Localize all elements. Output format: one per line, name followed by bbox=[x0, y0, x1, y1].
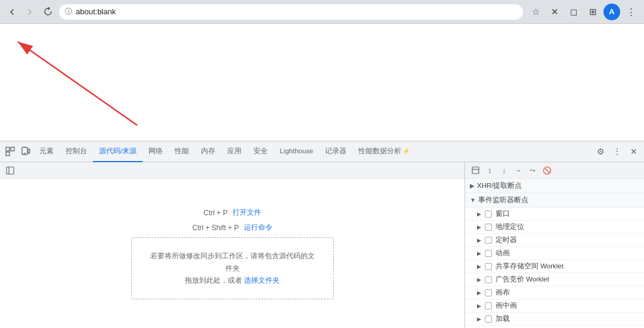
shortcut-run-command-keys: Ctrl + Shift + P bbox=[192, 224, 239, 232]
tab-elements[interactable]: 元素 bbox=[33, 141, 60, 162]
tab-recorder[interactable]: 记录器 bbox=[319, 141, 352, 162]
svg-rect-3 bbox=[11, 147, 14, 151]
bp-item-label: 定时器 bbox=[496, 236, 517, 245]
address-text: about:blank bbox=[76, 7, 517, 16]
svg-rect-10 bbox=[472, 167, 479, 174]
bp-item-arrow: ▶ bbox=[477, 224, 481, 230]
bp-item-label: 画布 bbox=[496, 288, 510, 297]
bp-item[interactable]: ▶画布 bbox=[465, 286, 644, 299]
shortcut-open-file: Ctrl + P 打开文件 bbox=[203, 208, 261, 218]
bookmark-button[interactable]: ☆ bbox=[527, 4, 544, 20]
bp-item-arrow: ▶ bbox=[477, 316, 481, 322]
bp-item-checkbox[interactable] bbox=[485, 315, 492, 323]
bp-item-checkbox[interactable] bbox=[485, 224, 492, 231]
xhr-section-header[interactable]: ▶ XHR/提取断点 bbox=[465, 179, 644, 193]
bp-item[interactable]: ▶广告竞价 Worklet bbox=[465, 273, 644, 286]
svg-rect-2 bbox=[6, 147, 10, 151]
sources-panel: Ctrl + P 打开文件 Ctrl + Shift + P 运行命令 若要将所… bbox=[0, 162, 465, 328]
refresh-button[interactable] bbox=[41, 5, 55, 19]
svg-rect-4 bbox=[6, 152, 10, 156]
bp-item-checkbox[interactable] bbox=[485, 263, 492, 270]
bp-item-checkbox[interactable] bbox=[485, 250, 492, 257]
extension-btn2[interactable]: ◻ bbox=[565, 4, 582, 20]
devtools: 元素 控制台 源代码/来源 网络 性能 内存 应用 安全 Lighthouse … bbox=[0, 141, 644, 328]
bp-item[interactable]: ▶定时器 bbox=[465, 234, 644, 247]
inspect-element-button[interactable] bbox=[2, 144, 18, 159]
sidebar-toggle-button[interactable] bbox=[4, 164, 17, 177]
bp-item-checkbox[interactable] bbox=[485, 276, 492, 283]
bp-tool-btn6[interactable]: 🚫 bbox=[540, 164, 553, 177]
extension-btn3[interactable]: ⊞ bbox=[584, 4, 601, 20]
shortcut-open-file-keys: Ctrl + P bbox=[203, 209, 227, 217]
bp-item-arrow: ▶ bbox=[477, 211, 481, 217]
info-icon: ⓘ bbox=[65, 7, 72, 17]
bp-item-label: 共享存储空间 Worklet bbox=[496, 262, 564, 271]
drop-zone-text2: 拖放到此处，或者 bbox=[185, 276, 242, 284]
bp-tool-btn1[interactable] bbox=[469, 164, 482, 177]
devtools-settings-button[interactable]: ⚙ bbox=[593, 144, 608, 159]
xhr-arrow: ▶ bbox=[470, 182, 475, 189]
bp-item-arrow: ▶ bbox=[477, 277, 481, 283]
back-button[interactable] bbox=[5, 5, 19, 19]
tab-perf-insights[interactable]: 性能数据分析 ⚡ bbox=[352, 141, 416, 162]
devtools-close-button[interactable]: ✕ bbox=[626, 144, 642, 159]
devtools-body: Ctrl + P 打开文件 Ctrl + Shift + P 运行命令 若要将所… bbox=[0, 162, 644, 328]
event-section-header[interactable]: ▼ 事件监听器断点 bbox=[465, 193, 644, 208]
select-folder-link[interactable]: 选择文件夹 bbox=[244, 276, 280, 284]
bp-item[interactable]: ▶共享存储空间 Worklet bbox=[465, 260, 644, 273]
address-bar[interactable]: ⓘ about:blank bbox=[58, 4, 524, 20]
shortcut-run-command: Ctrl + Shift + P 运行命令 bbox=[192, 222, 272, 233]
bp-item[interactable]: ▶剪贴板 bbox=[465, 326, 644, 328]
bp-item-arrow: ▶ bbox=[477, 250, 481, 256]
toolbar-icons: ☆ ✕ ◻ ⊞ A ⋮ bbox=[527, 4, 639, 20]
devtools-tabs: 元素 控制台 源代码/来源 网络 性能 内存 应用 安全 Lighthouse … bbox=[0, 141, 644, 162]
bp-item-checkbox[interactable] bbox=[485, 302, 492, 310]
tab-sources[interactable]: 源代码/来源 bbox=[93, 141, 143, 162]
bp-item-arrow: ▶ bbox=[477, 264, 481, 270]
bp-item-label: 地理定位 bbox=[496, 222, 524, 231]
drop-zone[interactable]: 若要将所做修改同步到工作区，请将包含源代码的文件夹 拖放到此处，或者 选择文件夹 bbox=[131, 237, 334, 299]
tab-lighthouse[interactable]: Lighthouse bbox=[274, 141, 319, 162]
bp-item[interactable]: ▶画中画 bbox=[465, 299, 644, 312]
svg-rect-6 bbox=[28, 149, 30, 153]
bp-item-arrow: ▶ bbox=[477, 303, 481, 309]
bp-item-checkbox[interactable] bbox=[485, 211, 492, 218]
bp-item-label: 动画 bbox=[496, 249, 510, 258]
bp-items-container: ▶窗口▶地理定位▶定时器▶动画▶共享存储空间 Worklet▶广告竞价 Work… bbox=[465, 208, 644, 328]
bp-item-checkbox[interactable] bbox=[485, 289, 492, 296]
tab-console[interactable]: 控制台 bbox=[60, 141, 93, 162]
bp-tool-btn3[interactable]: ↓ bbox=[497, 164, 510, 177]
bp-tool-btn5[interactable]: ⤳ bbox=[526, 164, 539, 177]
event-arrow: ▼ bbox=[470, 197, 476, 203]
tab-security[interactable]: 安全 bbox=[247, 141, 274, 162]
bp-item-label: 窗口 bbox=[496, 209, 510, 218]
devtools-more-button[interactable]: ⋮ bbox=[609, 144, 625, 159]
profile-button[interactable]: A bbox=[603, 4, 620, 20]
tab-network[interactable]: 网络 bbox=[143, 141, 169, 162]
drop-zone-text1: 若要将所做修改同步到工作区，请将包含源代码的文件夹 bbox=[150, 252, 315, 272]
open-file-link[interactable]: 打开文件 bbox=[233, 208, 261, 218]
sources-toolbar bbox=[0, 162, 465, 179]
bp-toolbar: ↕ ↓ → ⤳ 🚫 bbox=[465, 162, 644, 179]
bp-item[interactable]: ▶加载 bbox=[465, 312, 644, 326]
bp-item-label: 画中画 bbox=[496, 301, 517, 310]
browser-chrome: ⓘ about:blank ☆ ✕ ◻ ⊞ A ⋮ bbox=[0, 0, 644, 24]
device-toolbar-button[interactable] bbox=[18, 144, 33, 159]
bp-item-checkbox[interactable] bbox=[485, 237, 492, 244]
svg-rect-8 bbox=[7, 167, 14, 174]
sources-main: Ctrl + P 打开文件 Ctrl + Shift + P 运行命令 若要将所… bbox=[0, 179, 465, 328]
bp-item[interactable]: ▶窗口 bbox=[465, 208, 644, 221]
browser-content bbox=[0, 24, 644, 141]
bp-tool-btn4[interactable]: → bbox=[512, 164, 525, 177]
extension-btn1[interactable]: ✕ bbox=[546, 4, 563, 20]
tab-performance[interactable]: 性能 bbox=[169, 141, 195, 162]
menu-button[interactable]: ⋮ bbox=[623, 4, 639, 20]
tab-application[interactable]: 应用 bbox=[221, 141, 247, 162]
bp-item[interactable]: ▶地理定位 bbox=[465, 221, 644, 234]
forward-button[interactable] bbox=[23, 5, 37, 19]
tab-memory[interactable]: 内存 bbox=[195, 141, 221, 162]
xhr-section-label: XHR/提取断点 bbox=[477, 181, 522, 190]
bp-tool-btn2[interactable]: ↕ bbox=[483, 164, 496, 177]
run-command-link[interactable]: 运行命令 bbox=[244, 222, 273, 233]
bp-item[interactable]: ▶动画 bbox=[465, 247, 644, 260]
